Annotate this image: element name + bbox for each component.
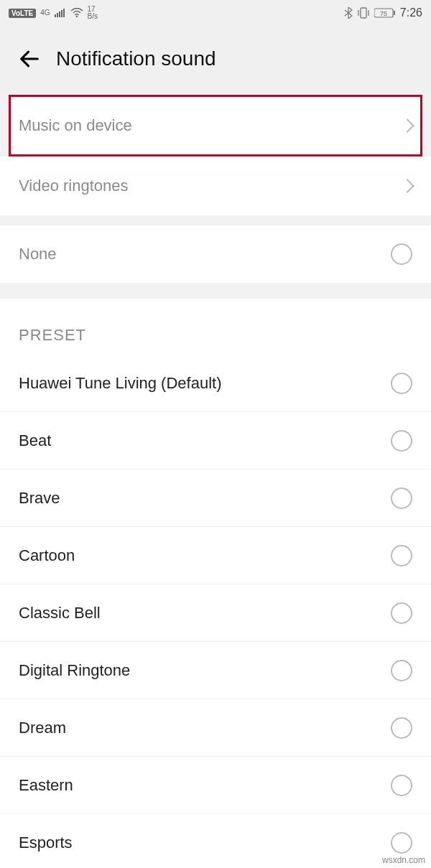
preset-option[interactable]: Eastern <box>0 757 431 814</box>
preset-label: Dream <box>19 719 66 737</box>
svg-rect-10 <box>394 11 395 15</box>
status-left: VoLTE 4G 17 B/s <box>9 6 98 20</box>
preset-label: Beat <box>19 431 51 450</box>
page-title: Notification sound <box>56 47 216 70</box>
preset-section-header: PRESET <box>0 299 431 355</box>
preset-option[interactable]: Beat <box>0 412 431 470</box>
preset-label: Eastern <box>19 776 73 795</box>
preset-label: Classic Bell <box>19 604 101 622</box>
svg-rect-6 <box>361 8 366 18</box>
preset-label: Huawei Tune Living (Default) <box>19 374 221 393</box>
vibrate-icon <box>357 7 370 19</box>
status-bar: VoLTE 4G 17 B/s 75 7:26 <box>0 0 431 26</box>
preset-option[interactable]: Classic Bell <box>0 584 431 642</box>
radio-icon <box>391 602 412 624</box>
radio-icon <box>391 373 412 394</box>
preset-option[interactable]: Esports <box>0 814 431 868</box>
chevron-right-icon <box>400 118 414 133</box>
watermark: wsxdn.com <box>382 855 425 865</box>
preset-option[interactable]: Digital Ringtone <box>0 642 431 699</box>
status-time: 7:26 <box>400 6 422 19</box>
nav-music-on-device[interactable]: Music on device <box>9 95 422 157</box>
wifi-icon <box>70 8 83 18</box>
app-header: Notification sound <box>0 26 431 92</box>
preset-label: Cartoon <box>19 546 75 565</box>
battery-icon: 75 <box>374 8 396 18</box>
preset-label: Digital Ringtone <box>19 661 130 680</box>
radio-icon <box>391 430 412 452</box>
nav-label: Music on device <box>19 116 132 135</box>
radio-icon <box>391 545 412 566</box>
status-right: 75 7:26 <box>344 6 422 19</box>
radio-icon <box>391 832 412 854</box>
option-none[interactable]: None <box>0 225 431 283</box>
radio-icon <box>391 660 412 681</box>
svg-rect-2 <box>59 11 60 17</box>
preset-option[interactable]: Dream <box>0 699 431 757</box>
option-label: None <box>19 245 57 263</box>
nav-label: Video ringtones <box>19 177 129 195</box>
speed-indicator: 17 B/s <box>88 6 98 20</box>
preset-label: Brave <box>19 489 60 508</box>
divider-gap <box>0 215 431 225</box>
preset-section: PRESET Huawei Tune Living (Default)BeatB… <box>0 299 431 868</box>
preset-option[interactable]: Cartoon <box>0 527 431 584</box>
bluetooth-icon <box>344 7 353 19</box>
preset-option[interactable]: Brave <box>0 470 431 527</box>
svg-rect-0 <box>55 14 56 17</box>
svg-text:75: 75 <box>380 10 387 17</box>
divider-gap <box>0 283 431 299</box>
radio-icon <box>391 243 412 265</box>
svg-point-5 <box>75 16 77 17</box>
radio-icon <box>391 775 412 796</box>
preset-list: Huawei Tune Living (Default)BeatBraveCar… <box>0 355 431 868</box>
radio-icon <box>391 487 412 509</box>
chevron-right-icon <box>400 179 414 193</box>
svg-rect-3 <box>61 10 62 17</box>
preset-label: Esports <box>19 834 73 852</box>
nav-video-ringtones[interactable]: Video ringtones <box>0 157 431 215</box>
nav-section: Music on device Video ringtones <box>0 95 431 215</box>
network-type: 4G <box>40 9 50 17</box>
svg-rect-1 <box>57 13 58 17</box>
volte-badge: VoLTE <box>9 9 36 18</box>
signal-icon <box>55 9 66 17</box>
preset-option[interactable]: Huawei Tune Living (Default) <box>0 355 431 412</box>
back-icon[interactable] <box>17 47 42 71</box>
svg-rect-4 <box>63 9 65 17</box>
radio-icon <box>391 717 412 739</box>
